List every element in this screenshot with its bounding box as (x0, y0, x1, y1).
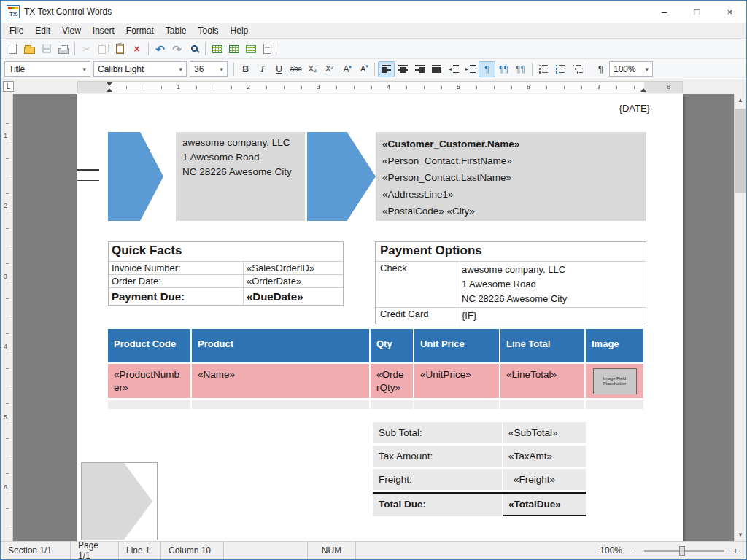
menu-format[interactable]: Format (120, 23, 160, 38)
font-dropdown[interactable]: Calibri Light (93, 61, 187, 77)
subscript-button[interactable]: X₂ (304, 61, 321, 77)
row-label: Tax Amount: (373, 446, 502, 467)
scrollbar-thumb[interactable] (735, 109, 746, 192)
merge-field[interactable]: «SubTotal» (503, 422, 586, 443)
sender-chevron-shape[interactable] (108, 132, 163, 221)
align-justify-button[interactable] (428, 61, 445, 77)
merge-field[interactable]: «TotalDue» (503, 494, 586, 516)
bullet-list-icon[interactable] (535, 61, 552, 77)
copy-icon[interactable] (95, 41, 112, 57)
merge-field[interactable]: «SalesOrderID» (244, 262, 343, 274)
menu-help[interactable]: Help (225, 23, 255, 38)
merge-field[interactable]: «Name» (192, 364, 369, 398)
date-merge-field[interactable]: {DATE} (619, 103, 650, 114)
menu-tools[interactable]: Tools (193, 23, 225, 38)
merge-field[interactable]: «UnitPrice» (414, 364, 499, 398)
insert-table-icon[interactable] (209, 41, 225, 57)
save-icon[interactable] (38, 41, 55, 57)
menu-insert[interactable]: Insert (87, 23, 120, 38)
merge-field[interactable]: «ProductNumber» (108, 364, 190, 398)
superscript-button[interactable]: X² (321, 61, 338, 77)
table-grid-2-icon[interactable] (242, 41, 259, 57)
zoom-slider-thumb[interactable] (679, 546, 685, 556)
new-page-icon[interactable] (259, 41, 276, 57)
merge-field[interactable]: «TaxAmt» (503, 446, 586, 467)
paragraph-pair-button[interactable]: ¶¶ (495, 61, 512, 77)
align-center-button[interactable] (395, 61, 411, 77)
left-indent-marker[interactable] (107, 88, 112, 92)
if-field[interactable]: {IF} (457, 308, 646, 324)
strikethrough-button[interactable]: abc (287, 61, 304, 77)
menu-file[interactable]: File (4, 23, 29, 38)
maximize-button[interactable]: □ (681, 1, 713, 23)
recipient-address-box[interactable]: «Customer_Customer.Name» «Person_Contact… (376, 132, 646, 221)
grow-font-button[interactable]: A (338, 61, 355, 77)
quick-facts-table[interactable]: Quick Facts Invoice Number: «SalesOrderI… (108, 241, 344, 306)
scroll-down-icon[interactable]: ▼ (735, 529, 746, 541)
show-marks-button[interactable]: ¶ (592, 61, 609, 77)
merge-field[interactable]: «LineTotal» (500, 364, 584, 398)
totals-table[interactable]: Sub Total: «SubTotal» Tax Amount: «TaxAm… (373, 422, 586, 518)
delete-icon[interactable]: × (128, 41, 145, 57)
paste-icon[interactable] (112, 41, 128, 57)
right-indent-marker[interactable] (640, 88, 646, 92)
vertical-scrollbar[interactable]: ▲ ▼ (734, 94, 746, 541)
align-right-button[interactable] (411, 61, 428, 77)
multilevel-list-icon[interactable] (569, 61, 586, 77)
zoom-dropdown[interactable]: 100% (609, 61, 653, 77)
increase-indent-icon[interactable]: ► (462, 61, 479, 77)
cut-icon[interactable]: ✂ (78, 41, 95, 57)
merge-field[interactable]: «Freight» (503, 469, 586, 490)
table-grid-icon[interactable] (225, 41, 242, 57)
underline-button[interactable]: U (271, 61, 287, 77)
menu-table[interactable]: Table (160, 23, 193, 38)
table-row: Payment Due: «DueDate» (109, 287, 343, 305)
first-line-indent-marker[interactable] (107, 82, 112, 86)
zoom-out-button[interactable]: − (628, 545, 638, 556)
image-field-cell[interactable]: Image Field Placeholder (586, 364, 643, 398)
tab-selector-icon[interactable] (3, 81, 14, 92)
print-icon[interactable] (55, 41, 71, 57)
redo-icon[interactable]: ↷ (169, 41, 185, 57)
merge-field[interactable]: «DueDate» (244, 288, 343, 305)
recipient-chevron-shape[interactable] (307, 132, 376, 221)
footer-chevron-box[interactable] (81, 462, 158, 540)
ruler-number: 1 (4, 132, 7, 139)
horizontal-ruler[interactable]: 1 2 3 4 5 6 7 8 (77, 81, 683, 93)
document-page[interactable]: {DATE} awesome company, LLC 1 Awesome Ro… (77, 94, 683, 541)
open-icon[interactable] (21, 41, 38, 57)
row-label: Payment Due: (109, 288, 244, 305)
image-placeholder[interactable]: Image Field Placeholder (593, 368, 637, 394)
vertical-ruler[interactable]: 1 2 3 4 5 6 (1, 94, 13, 541)
align-left-button[interactable] (378, 61, 395, 77)
close-button[interactable]: × (713, 1, 746, 23)
undo-icon[interactable]: ↶ (152, 41, 169, 57)
font-size-dropdown[interactable]: 36 (190, 61, 228, 77)
merge-field[interactable]: «Customer_Customer.Name» (382, 136, 640, 152)
zoom-slider[interactable] (644, 550, 724, 552)
merge-field[interactable]: «OrderQty» (371, 364, 413, 398)
shrink-font-button[interactable]: A (355, 61, 371, 77)
product-table[interactable]: Product Code Product Qty Unit Price Line… (108, 329, 646, 411)
merge-field[interactable]: «AddressLine1» (382, 186, 640, 203)
menu-edit[interactable]: Edit (29, 23, 56, 38)
left-to-right-button[interactable]: ¶ (479, 61, 495, 77)
zoom-in-button[interactable]: + (730, 545, 740, 556)
sender-address-box[interactable]: awesome company, LLC 1 Awesome Road NC 2… (176, 132, 305, 221)
menu-view[interactable]: View (56, 23, 87, 38)
merge-field[interactable]: «Person_Contact.LastName» (382, 169, 640, 186)
numbered-list-icon[interactable] (552, 61, 569, 77)
find-icon[interactable] (185, 41, 202, 57)
merge-field[interactable]: «PostalCode» «City» (382, 203, 640, 219)
style-dropdown[interactable]: Title (4, 61, 90, 77)
italic-button[interactable]: I (254, 61, 271, 77)
merge-field[interactable]: «Person_Contact.FirstName» (382, 152, 640, 169)
decrease-indent-icon[interactable]: ◄ (445, 61, 462, 77)
paragraph-pair-2-button[interactable]: ¶¶ (512, 61, 529, 77)
merge-field[interactable]: «OrderDate» (244, 275, 343, 287)
scroll-up-icon[interactable]: ▲ (735, 94, 746, 106)
bold-button[interactable]: B (237, 61, 254, 77)
minimize-button[interactable]: – (648, 1, 681, 23)
payment-options-table[interactable]: Payment Options Check awesome company, L… (375, 241, 646, 324)
new-document-icon[interactable] (4, 41, 21, 57)
